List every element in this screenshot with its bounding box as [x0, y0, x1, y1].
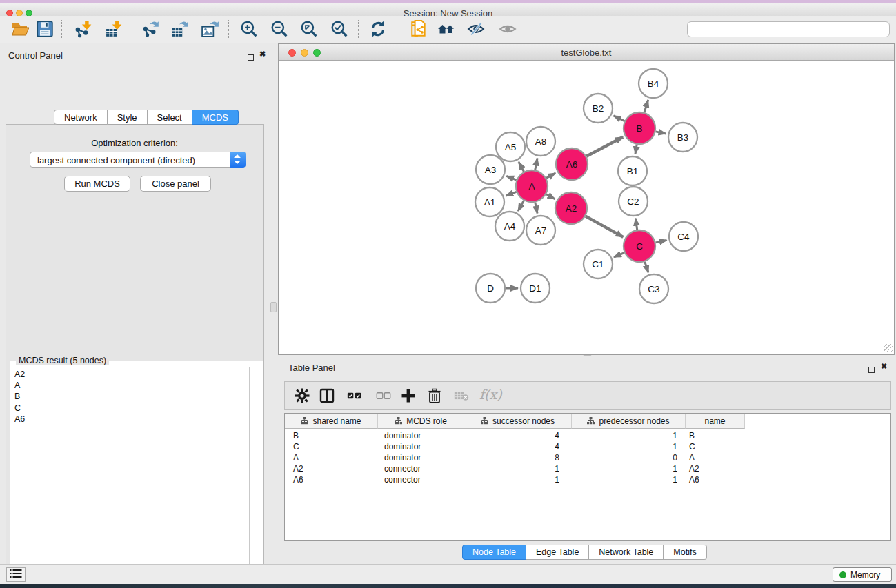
close-panel-icon[interactable]: ✖ — [881, 362, 887, 370]
graph-node-C2[interactable]: C2 — [619, 187, 648, 216]
graph-edge-C-C4[interactable] — [655, 240, 666, 243]
graph-node-B1[interactable]: B1 — [618, 156, 647, 185]
task-history-button[interactable] — [6, 567, 26, 582]
tab-select[interactable]: Select — [148, 110, 192, 125]
graph-edge-A-A3[interactable] — [506, 176, 517, 180]
list-item[interactable]: A — [14, 380, 249, 391]
graph-node-A8[interactable]: A8 — [526, 127, 555, 156]
graph-edge-B-B1[interactable] — [635, 145, 637, 154]
hide-selected-button[interactable] — [464, 19, 488, 41]
graph-edge-B-B3[interactable] — [656, 132, 666, 134]
memory-button[interactable]: Memory — [833, 567, 892, 582]
new-network-from-selection-button[interactable] — [406, 19, 431, 41]
graph-node-A4[interactable]: A4 — [495, 212, 524, 241]
select-all-columns-button[interactable] — [344, 386, 366, 407]
tab-motifs[interactable]: Motifs — [664, 545, 706, 560]
graph-edge-A-A7[interactable] — [535, 203, 537, 214]
list-item[interactable]: C — [14, 403, 249, 414]
tab-mcds[interactable]: MCDS — [192, 110, 239, 125]
table-row[interactable]: Adominator80A — [285, 452, 741, 463]
graph-node-C3[interactable]: C3 — [639, 274, 668, 303]
graph-edge-A-A6[interactable] — [546, 173, 555, 178]
graph-edge-A-A5[interactable] — [519, 162, 524, 172]
graph-edge-C-C2[interactable] — [635, 219, 637, 230]
import-table-button[interactable] — [102, 19, 127, 41]
graph-node-D[interactable]: D — [476, 274, 505, 303]
divider-grip[interactable] — [270, 302, 277, 312]
graph-node-D1[interactable]: D1 — [521, 274, 550, 303]
graph-node-A3[interactable]: A3 — [476, 155, 505, 184]
open-file-button[interactable] — [8, 19, 33, 41]
close-panel-icon[interactable]: ✖ — [259, 50, 266, 58]
table-row[interactable]: Cdominator41C — [285, 441, 741, 452]
show-selected-button[interactable] — [495, 19, 520, 41]
column-header[interactable]: predecessor nodes — [572, 414, 686, 429]
graph-node-C[interactable]: C — [624, 230, 655, 262]
graph-edge-B-B4[interactable] — [644, 100, 648, 112]
window-resize-grip[interactable] — [884, 344, 893, 353]
close-panel-button[interactable]: Close panel — [140, 176, 211, 192]
zoom-selected-button[interactable] — [327, 19, 352, 41]
delete-column-button[interactable] — [424, 386, 446, 407]
graph-node-A[interactable]: A — [516, 170, 548, 202]
export-table-button[interactable] — [168, 19, 192, 41]
column-header[interactable]: successor nodes — [464, 414, 572, 429]
list-item[interactable]: A6 — [14, 414, 249, 425]
graph-node-C4[interactable]: C4 — [669, 222, 698, 251]
create-column-button[interactable] — [397, 386, 419, 407]
table-row[interactable]: A2connector11A2 — [285, 463, 741, 474]
graph-node-A5[interactable]: A5 — [496, 132, 525, 161]
zoom-in-button[interactable] — [237, 19, 261, 41]
refresh-button[interactable] — [366, 19, 390, 41]
graph-node-B3[interactable]: B3 — [668, 123, 697, 152]
list-item[interactable]: B — [14, 391, 249, 402]
zoom-fit-button[interactable] — [297, 19, 321, 41]
tab-network[interactable]: Network — [54, 110, 108, 125]
network-canvas[interactable]: B4B2BB3B1A5A8A6A3AA1A4A7A2C2C1CC4C3DD1 — [279, 61, 894, 354]
tab-style[interactable]: Style — [108, 110, 148, 125]
graph-node-B[interactable]: B — [624, 112, 655, 144]
tab-network-table[interactable]: Network Table — [589, 545, 664, 560]
graph-edge-A6-B[interactable] — [586, 137, 623, 156]
list-item[interactable]: A2 — [14, 369, 249, 380]
graph-edge-B-B2[interactable] — [614, 116, 625, 121]
graph-edge-A-A4[interactable] — [518, 201, 524, 211]
tab-node-table[interactable]: Node Table — [462, 545, 526, 560]
delete-table-button[interactable] — [450, 386, 472, 407]
mcds-result-list[interactable]: A2 A B C A6 — [11, 367, 250, 588]
show-columns-button[interactable] — [316, 386, 338, 407]
deselect-all-columns-button[interactable] — [372, 386, 395, 407]
export-image-button[interactable] — [198, 19, 223, 41]
tab-edge-table[interactable]: Edge Table — [526, 545, 589, 560]
table-options-button[interactable] — [291, 386, 313, 407]
graph-node-A1[interactable]: A1 — [475, 187, 504, 216]
float-panel-icon[interactable] — [868, 363, 875, 376]
graph-edge-A-A8[interactable] — [535, 159, 537, 170]
graph-node-C1[interactable]: C1 — [584, 250, 613, 278]
import-network-button[interactable] — [71, 19, 96, 41]
graph-edge-C-C1[interactable] — [614, 253, 624, 258]
graph-node-A7[interactable]: A7 — [526, 216, 555, 245]
column-header[interactable]: shared name — [285, 414, 378, 429]
graph-edge-C-C3[interactable] — [645, 262, 648, 273]
graph-edge-A-A2[interactable] — [546, 194, 555, 199]
graph-node-B2[interactable]: B2 — [584, 94, 613, 123]
graph-edge-A-A1[interactable] — [506, 192, 516, 196]
column-header[interactable]: name — [686, 414, 745, 429]
column-header[interactable]: MCDS role — [378, 414, 464, 429]
float-panel-icon[interactable] — [248, 51, 254, 63]
criterion-dropdown[interactable]: largest connected component (directed) — [30, 152, 246, 168]
network-window-titlebar[interactable]: testGlobe.txt — [279, 44, 894, 61]
graph-node-A6[interactable]: A6 — [556, 148, 588, 180]
table-row[interactable]: A6connector11A6 — [285, 474, 741, 485]
run-mcds-button[interactable]: Run MCDS — [64, 176, 130, 192]
graph-edge-A2-C[interactable] — [586, 216, 623, 237]
zoom-out-button[interactable] — [267, 19, 292, 41]
save-session-button[interactable] — [32, 19, 57, 41]
graph-node-B4[interactable]: B4 — [639, 69, 668, 98]
home-button[interactable] — [434, 19, 459, 41]
function-builder-button[interactable]: f(x) — [479, 387, 502, 402]
table-row[interactable]: Bdominator41B — [285, 430, 741, 441]
graph-node-A2[interactable]: A2 — [555, 192, 587, 224]
export-network-button[interactable] — [139, 19, 163, 41]
